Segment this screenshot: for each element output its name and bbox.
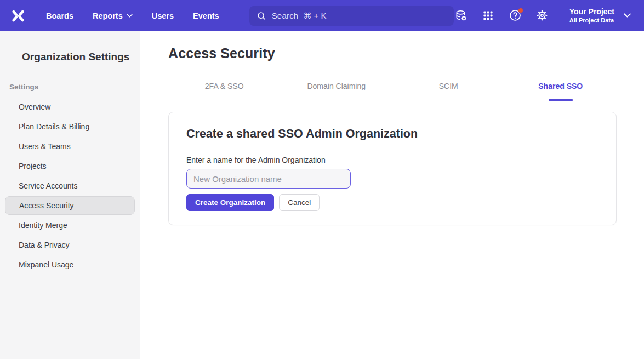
org-name-input[interactable] bbox=[186, 169, 351, 189]
project-name: Your Project bbox=[569, 7, 614, 16]
notification-badge bbox=[518, 8, 523, 13]
mixpanel-logo-icon[interactable] bbox=[9, 7, 27, 25]
sidebar-title: Organization Settings bbox=[22, 51, 140, 63]
page-layout: Organization Settings Settings Overview … bbox=[0, 31, 644, 359]
main-content: Access Security 2FA & SSO Domain Claimin… bbox=[140, 31, 644, 359]
tab-shared-sso[interactable]: Shared SSO bbox=[505, 82, 617, 100]
sidebar-item-service-accounts[interactable]: Service Accounts bbox=[5, 176, 135, 195]
gear-icon[interactable] bbox=[535, 9, 549, 22]
page-title: Access Security bbox=[168, 45, 617, 61]
card-heading: Create a shared SSO Admin Organization bbox=[186, 127, 599, 141]
top-nav: Boards Reports Users Events Search ⌘ + K bbox=[0, 0, 644, 31]
shared-sso-card: Create a shared SSO Admin Organization E… bbox=[168, 112, 617, 225]
sidebar-item-overview[interactable]: Overview bbox=[5, 98, 135, 116]
tab-bar: 2FA & SSO Domain Claiming SCIM Shared SS… bbox=[168, 82, 617, 100]
sidebar-item-plan-details-billing[interactable]: Plan Details & Billing bbox=[5, 117, 135, 136]
nav-item-reports-label: Reports bbox=[93, 12, 123, 20]
nav-item-events[interactable]: Events bbox=[193, 12, 219, 20]
data-management-icon[interactable] bbox=[455, 9, 468, 22]
search-shortcut: ⌘ + K bbox=[303, 11, 326, 21]
settings-sidebar: Organization Settings Settings Overview … bbox=[0, 31, 140, 359]
app-grid-icon[interactable] bbox=[482, 9, 495, 22]
sidebar-item-access-security[interactable]: Access Security bbox=[5, 196, 135, 215]
search-icon bbox=[257, 11, 266, 21]
cancel-button[interactable]: Cancel bbox=[279, 194, 320, 211]
search-placeholder: Search bbox=[272, 11, 299, 20]
sidebar-nav: Overview Plan Details & Billing Users & … bbox=[0, 98, 140, 274]
sidebar-item-users-teams[interactable]: Users & Teams bbox=[5, 137, 135, 156]
nav-item-users[interactable]: Users bbox=[152, 12, 174, 20]
tab-2fa-sso[interactable]: 2FA & SSO bbox=[168, 82, 281, 100]
project-subtitle: All Project Data bbox=[569, 16, 614, 24]
sidebar-item-mixpanel-usage[interactable]: Mixpanel Usage bbox=[5, 255, 135, 274]
button-row: Create Organization Cancel bbox=[186, 194, 599, 211]
nav-item-boards[interactable]: Boards bbox=[46, 12, 73, 20]
org-name-label: Enter a name for the Admin Organization bbox=[186, 156, 599, 164]
create-organization-button[interactable]: Create Organization bbox=[186, 194, 274, 211]
sidebar-item-projects[interactable]: Projects bbox=[5, 157, 135, 175]
nav-right-cluster: Your Project All Project Data bbox=[455, 7, 631, 24]
project-selector[interactable]: Your Project All Project Data bbox=[569, 7, 631, 24]
search-input[interactable]: Search ⌘ + K bbox=[249, 6, 454, 26]
nav-item-reports[interactable]: Reports bbox=[93, 12, 133, 20]
project-selector-text: Your Project All Project Data bbox=[569, 7, 614, 24]
sidebar-item-identity-merge[interactable]: Identity Merge bbox=[5, 216, 135, 235]
sidebar-item-data-privacy[interactable]: Data & Privacy bbox=[5, 236, 135, 254]
chevron-down-icon bbox=[624, 13, 631, 18]
primary-nav: Boards Reports Users Events bbox=[46, 12, 219, 20]
tab-domain-claiming[interactable]: Domain Claiming bbox=[281, 82, 393, 100]
sidebar-section-label: Settings bbox=[9, 83, 140, 91]
chevron-down-icon bbox=[127, 14, 133, 18]
tab-scim[interactable]: SCIM bbox=[392, 82, 505, 100]
help-icon[interactable] bbox=[509, 9, 522, 22]
